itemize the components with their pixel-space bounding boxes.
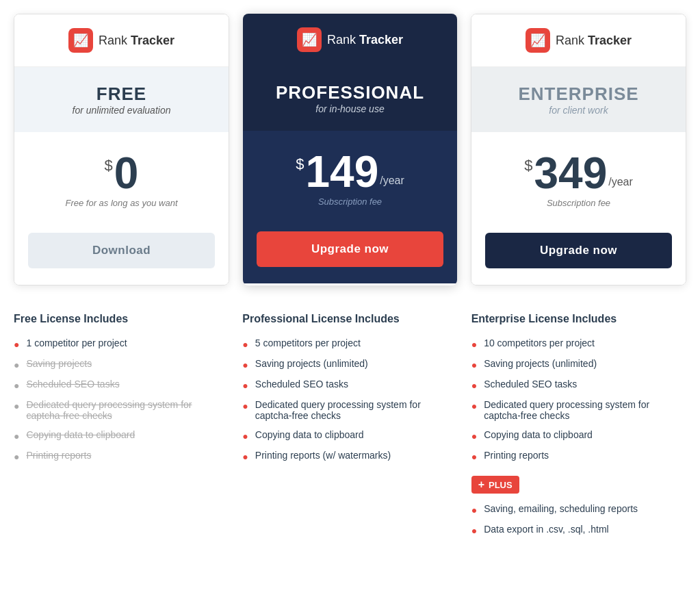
- feature-text: Saving projects (unlimited): [255, 358, 368, 369]
- period-professional: /year: [380, 175, 404, 187]
- price-note-enterprise: Subscription fee: [485, 198, 672, 208]
- pricing-card-free: 📈 Rank Tracker FREE for unlimited evalua…: [14, 14, 229, 285]
- currency-free: $: [105, 157, 113, 175]
- bullet-icon: ●: [471, 380, 477, 391]
- brand-name-professional: Rank Tracker: [327, 33, 403, 47]
- bullet-icon: ●: [471, 359, 477, 370]
- feature-text: 1 competitor per project: [26, 337, 127, 348]
- card-header-enterprise: 📈 Rank Tracker: [471, 14, 686, 67]
- upgrade-button-professional[interactable]: Upgrade now: [257, 231, 443, 267]
- bullet-icon: ●: [14, 339, 19, 350]
- price-display-free: $ 0: [28, 151, 215, 195]
- bullet-icon: ●: [242, 400, 248, 411]
- card-header-free: 📈 Rank Tracker: [14, 14, 229, 67]
- feature-item: ● Dedicated query processing system for …: [14, 399, 229, 421]
- feature-item: ● Saving projects (unlimited): [242, 358, 457, 370]
- brand-logo-free: 📈: [68, 28, 93, 53]
- brand-name-free: Rank Tracker: [99, 34, 174, 48]
- price-note-professional: Subscription fee: [257, 196, 443, 207]
- plan-title-free: FREE for unlimited evaluation: [14, 67, 229, 132]
- action-section-professional: Upgrade now: [243, 220, 457, 283]
- features-col-free: Free License Includes ● 1 competitor per…: [14, 313, 229, 544]
- feature-item: ● Scheduled SEO tasks: [14, 379, 229, 391]
- feature-text: Saving, emailing, scheduling reports: [484, 503, 638, 514]
- feature-item: ● Printing reports: [14, 450, 229, 462]
- feature-item: ● Copying data to clipboard: [471, 429, 686, 442]
- features-col-professional: Professional License Includes ● 5 compet…: [242, 313, 457, 544]
- action-section-free: Download: [14, 222, 229, 285]
- brand-logo-enterprise: 📈: [526, 28, 550, 53]
- pricing-cards-row: 📈 Rank Tracker FREE for unlimited evalua…: [14, 14, 686, 285]
- feature-item: ● Printing reports (w/ watermarks): [242, 450, 457, 462]
- feature-text: Copying data to clipboard: [255, 429, 364, 440]
- currency-enterprise: $: [524, 157, 532, 175]
- feature-text: Dedicated query processing system for ca…: [255, 399, 458, 421]
- price-section-professional: $ 149 /year Subscription fee: [243, 131, 457, 220]
- feature-text: 5 competitors per project: [255, 337, 361, 348]
- amount-professional: 149: [305, 150, 378, 194]
- price-note-free: Free for as long as you want: [28, 198, 215, 208]
- bullet-icon: ●: [14, 400, 19, 411]
- bullet-icon: ●: [242, 380, 248, 391]
- features-title-free: Free License Includes: [14, 313, 229, 325]
- brand-name-enterprise: Rank Tracker: [556, 34, 632, 48]
- plus-badge: + PLUS: [471, 476, 519, 494]
- feature-text: Saving projects: [26, 358, 92, 369]
- bullet-icon: ●: [471, 431, 477, 442]
- card-header-professional: 📈 Rank Tracker: [243, 14, 457, 66]
- bullet-icon: ●: [14, 380, 19, 391]
- features-title-enterprise: Enterprise License Includes: [471, 313, 686, 325]
- feature-text: 10 competitors per project: [484, 337, 595, 348]
- feature-item: ● Saving projects (unlimited): [471, 358, 686, 370]
- feature-text: Data export in .csv, .sql, .html: [484, 524, 609, 535]
- feature-item: ● Copying data to clipboard: [14, 429, 229, 442]
- pricing-card-enterprise: 📈 Rank Tracker ENTERPRISE for client wor…: [471, 14, 686, 285]
- feature-text: Scheduled SEO tasks: [484, 379, 577, 390]
- features-section: Free License Includes ● 1 competitor per…: [14, 313, 686, 544]
- feature-item: ● Printing reports: [471, 450, 686, 462]
- feature-text: Dedicated query processing system for ca…: [484, 399, 686, 421]
- action-section-enterprise: Upgrade now: [471, 222, 686, 285]
- bullet-icon: ●: [471, 400, 477, 411]
- feature-text: Printing reports (w/ watermarks): [255, 450, 391, 461]
- bullet-icon: ●: [471, 525, 477, 536]
- brand-logo-professional: 📈: [297, 27, 322, 52]
- features-title-professional: Professional License Includes: [242, 313, 457, 325]
- plus-section: + PLUS ● Saving, emailing, scheduling re…: [471, 476, 686, 536]
- feature-item: ● Saving projects: [14, 358, 229, 370]
- plan-subtitle-free: for unlimited evaluation: [28, 105, 215, 116]
- feature-item: ● Scheduled SEO tasks: [471, 379, 686, 391]
- plan-subtitle-professional: for in-house use: [257, 103, 443, 114]
- bullet-icon: ●: [242, 359, 248, 370]
- bullet-icon: ●: [242, 431, 248, 442]
- bullet-icon: ●: [14, 451, 19, 462]
- features-col-enterprise: Enterprise License Includes ● 10 competi…: [471, 313, 686, 544]
- amount-free: 0: [114, 151, 139, 195]
- plan-subtitle-enterprise: for client work: [485, 105, 672, 116]
- feature-item: ● Dedicated query processing system for …: [471, 399, 686, 421]
- feature-item: ● Scheduled SEO tasks: [242, 379, 457, 391]
- feature-text: Printing reports: [484, 450, 549, 461]
- currency-professional: $: [296, 155, 304, 173]
- plus-label: PLUS: [489, 480, 513, 490]
- price-display-enterprise: $ 349 /year: [485, 151, 672, 195]
- bullet-icon: ●: [242, 339, 248, 350]
- feature-item: ● Saving, emailing, scheduling reports: [471, 503, 686, 515]
- amount-enterprise: 349: [534, 151, 607, 195]
- bullet-icon: ●: [242, 451, 248, 462]
- feature-item: ● 5 competitors per project: [242, 337, 457, 350]
- download-button[interactable]: Download: [28, 233, 215, 268]
- plan-name-professional: PROFESSIONAL: [257, 82, 443, 103]
- price-display-professional: $ 149 /year: [257, 150, 443, 194]
- feature-text: Scheduled SEO tasks: [26, 379, 119, 390]
- upgrade-button-enterprise[interactable]: Upgrade now: [485, 233, 672, 268]
- plan-title-enterprise: ENTERPRISE for client work: [471, 67, 686, 132]
- feature-item: ● Dedicated query processing system for …: [242, 399, 457, 421]
- feature-item: ● Copying data to clipboard: [242, 429, 457, 442]
- bullet-icon: ●: [471, 339, 477, 350]
- feature-text: Copying data to clipboard: [484, 429, 593, 440]
- plan-name-free: FREE: [28, 84, 215, 105]
- period-enterprise: /year: [608, 176, 633, 188]
- feature-item: ● 10 competitors per project: [471, 337, 686, 350]
- price-section-enterprise: $ 349 /year Subscription fee: [471, 132, 686, 222]
